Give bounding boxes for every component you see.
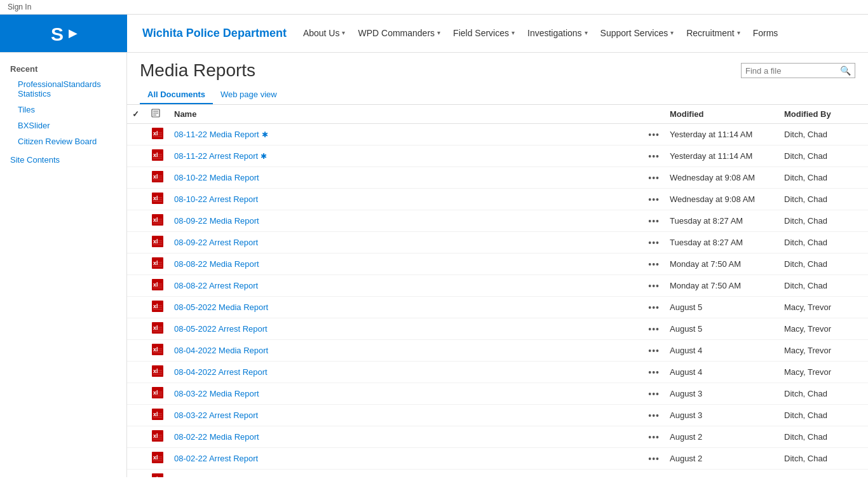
- file-name-link[interactable]: 08-08-22 Media Report: [174, 259, 259, 269]
- more-options-button[interactable]: •••: [643, 297, 665, 318]
- nav-item-investigations[interactable]: Investigations▾: [521, 15, 594, 52]
- file-name-link[interactable]: 08-11-22 Media Report: [174, 130, 259, 139]
- sidebar-item[interactable]: BXSlider: [0, 118, 126, 133]
- file-name-cell[interactable]: 08-10-22 Media Report: [169, 167, 643, 189]
- file-name-link[interactable]: 08-01-22 Media Report: [174, 475, 259, 477]
- more-options-button[interactable]: •••: [643, 448, 665, 470]
- nav-item-support-services[interactable]: Support Services▾: [594, 15, 681, 52]
- file-name-cell[interactable]: 08-05-2022 Media Report: [169, 297, 643, 318]
- ellipsis-icon[interactable]: •••: [648, 432, 660, 442]
- row-checkbox[interactable]: [127, 275, 146, 297]
- more-options-button[interactable]: •••: [643, 210, 665, 232]
- row-checkbox[interactable]: [127, 254, 146, 275]
- col-modby-header[interactable]: Modified By: [779, 105, 868, 124]
- more-options-button[interactable]: •••: [643, 383, 665, 405]
- row-checkbox[interactable]: [127, 426, 146, 448]
- file-name-link[interactable]: 08-02-22 Media Report: [174, 432, 259, 442]
- file-name-link[interactable]: 08-11-22 Arrest Report: [174, 151, 258, 161]
- file-name-link[interactable]: 08-09-22 Arrest Report: [174, 238, 258, 247]
- ellipsis-icon[interactable]: •••: [648, 259, 660, 269]
- sidebar-item-site-contents[interactable]: Site Contents: [0, 152, 126, 168]
- file-name-link[interactable]: 08-08-22 Arrest Report: [174, 281, 258, 290]
- ellipsis-icon[interactable]: •••: [648, 173, 660, 183]
- file-name-cell[interactable]: 08-11-22 Arrest Report✱: [169, 146, 643, 167]
- row-checkbox[interactable]: [127, 383, 146, 405]
- row-checkbox[interactable]: [127, 210, 146, 232]
- more-options-button[interactable]: •••: [643, 340, 665, 362]
- ellipsis-icon[interactable]: •••: [648, 216, 660, 226]
- file-name-cell[interactable]: 08-03-22 Media Report: [169, 383, 643, 405]
- more-options-button[interactable]: •••: [643, 167, 665, 189]
- col-name-header[interactable]: Name: [169, 105, 643, 124]
- file-name-cell[interactable]: 08-01-22 Media Report: [169, 470, 643, 478]
- col-modified-header[interactable]: Modified: [665, 105, 779, 124]
- more-options-button[interactable]: •••: [643, 426, 665, 448]
- ellipsis-icon[interactable]: •••: [648, 238, 660, 248]
- ellipsis-icon[interactable]: •••: [648, 367, 660, 377]
- more-options-button[interactable]: •••: [643, 254, 665, 275]
- ellipsis-icon[interactable]: •••: [648, 389, 660, 399]
- row-checkbox[interactable]: [127, 232, 146, 254]
- row-checkbox[interactable]: [127, 146, 146, 167]
- row-checkbox[interactable]: [127, 167, 146, 189]
- sidebar-item[interactable]: ProfessionalStandards Statistics: [0, 76, 126, 102]
- row-checkbox[interactable]: [127, 318, 146, 340]
- ellipsis-icon[interactable]: •••: [648, 151, 660, 161]
- more-options-button[interactable]: •••: [643, 146, 665, 167]
- ellipsis-icon[interactable]: •••: [648, 454, 660, 464]
- more-options-button[interactable]: •••: [643, 124, 665, 146]
- sign-in-link[interactable]: Sign In: [8, 3, 31, 11]
- more-options-button[interactable]: •••: [643, 318, 665, 340]
- more-options-button[interactable]: •••: [643, 189, 665, 210]
- row-checkbox[interactable]: [127, 340, 146, 362]
- more-options-button[interactable]: •••: [643, 275, 665, 297]
- more-options-button[interactable]: •••: [643, 470, 665, 478]
- nav-item-recruitment[interactable]: Recruitment▾: [680, 15, 746, 52]
- ellipsis-icon[interactable]: •••: [648, 324, 660, 334]
- more-options-button[interactable]: •••: [643, 232, 665, 254]
- file-name-cell[interactable]: 08-04-2022 Arrest Report: [169, 362, 643, 383]
- ellipsis-icon[interactable]: •••: [648, 281, 660, 291]
- sidebar-item[interactable]: Citizen Review Board: [0, 133, 126, 149]
- site-title[interactable]: Wichita Police Department: [132, 27, 297, 40]
- file-name-link[interactable]: 08-05-2022 Arrest Report: [174, 324, 268, 334]
- file-name-link[interactable]: 08-04-2022 Arrest Report: [174, 367, 268, 377]
- ellipsis-icon[interactable]: •••: [648, 410, 660, 421]
- more-options-button[interactable]: •••: [643, 405, 665, 426]
- nav-item-field-services[interactable]: Field Services▾: [447, 15, 521, 52]
- file-name-link[interactable]: 08-05-2022 Media Report: [174, 302, 268, 312]
- file-name-cell[interactable]: 08-05-2022 Arrest Report: [169, 318, 643, 340]
- file-name-cell[interactable]: 08-08-22 Media Report: [169, 254, 643, 275]
- row-checkbox[interactable]: [127, 189, 146, 210]
- ellipsis-icon[interactable]: •••: [648, 130, 660, 140]
- ellipsis-icon[interactable]: •••: [648, 475, 660, 478]
- more-options-button[interactable]: •••: [643, 362, 665, 383]
- ellipsis-icon[interactable]: •••: [648, 302, 660, 313]
- row-checkbox[interactable]: [127, 362, 146, 383]
- row-checkbox[interactable]: [127, 297, 146, 318]
- file-name-link[interactable]: 08-02-22 Arrest Report: [174, 454, 258, 463]
- file-name-cell[interactable]: 08-09-22 Media Report: [169, 210, 643, 232]
- file-name-cell[interactable]: 08-08-22 Arrest Report: [169, 275, 643, 297]
- file-name-cell[interactable]: 08-09-22 Arrest Report: [169, 232, 643, 254]
- nav-item-wpd-commanders[interactable]: WPD Commanders▾: [351, 15, 447, 52]
- tab-web-page-view[interactable]: Web page view: [213, 86, 285, 104]
- file-name-cell[interactable]: 08-03-22 Arrest Report: [169, 405, 643, 426]
- row-checkbox[interactable]: [127, 448, 146, 470]
- file-name-link[interactable]: 08-04-2022 Media Report: [174, 346, 268, 355]
- nav-item-forms[interactable]: Forms: [747, 15, 785, 52]
- file-name-link[interactable]: 08-03-22 Media Report: [174, 389, 259, 398]
- file-name-link[interactable]: 08-03-22 Arrest Report: [174, 410, 258, 420]
- row-checkbox[interactable]: [127, 124, 146, 146]
- file-name-cell[interactable]: 08-04-2022 Media Report: [169, 340, 643, 362]
- file-name-link[interactable]: 08-10-22 Arrest Report: [174, 194, 258, 204]
- ellipsis-icon[interactable]: •••: [648, 346, 660, 356]
- search-input[interactable]: [745, 66, 840, 76]
- file-name-cell[interactable]: 08-11-22 Media Report✱: [169, 124, 643, 146]
- file-name-cell[interactable]: 08-10-22 Arrest Report: [169, 189, 643, 210]
- site-logo[interactable]: S ▶: [0, 15, 127, 52]
- tab-all-documents[interactable]: All Documents: [140, 86, 213, 104]
- file-name-cell[interactable]: 08-02-22 Media Report: [169, 426, 643, 448]
- file-name-cell[interactable]: 08-02-22 Arrest Report: [169, 448, 643, 470]
- nav-item-about-us[interactable]: About Us▾: [297, 15, 352, 52]
